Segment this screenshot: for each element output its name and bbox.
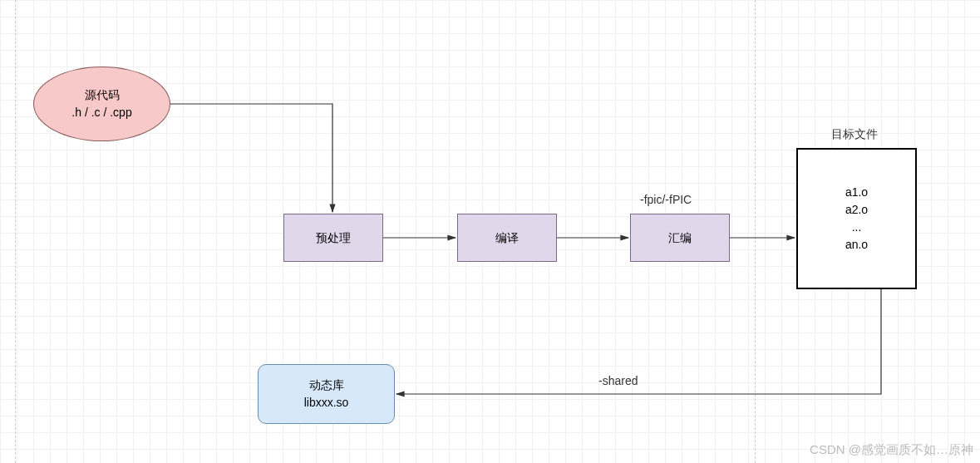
arrow-source-to-preprocess [170, 104, 332, 212]
node-assemble[interactable]: 汇编 [630, 214, 730, 262]
node-target-files[interactable]: a1.o a2.o ... an.o [796, 148, 917, 289]
node-preprocess-label: 预处理 [316, 229, 351, 247]
target-line-2: ... [852, 219, 862, 236]
node-compile[interactable]: 编译 [457, 214, 557, 262]
node-source-code[interactable]: 源代码 .h / .c / .cpp [33, 66, 170, 141]
page-guide-left [15, 0, 16, 463]
node-source-sub: .h / .c / .cpp [71, 104, 131, 121]
arrow-target-to-lib [396, 289, 881, 394]
page-guide-right [755, 0, 756, 463]
edge-label-shared: -shared [598, 374, 638, 387]
target-line-3: an.o [845, 236, 868, 254]
node-assemble-label: 汇编 [668, 229, 692, 247]
target-line-0: a1.o [845, 184, 868, 201]
watermark-text: CSDN @感觉画质不如…原神 [810, 442, 973, 458]
node-lib-sub: libxxx.so [304, 394, 349, 411]
node-target-title: 目标文件 [831, 127, 878, 142]
node-preprocess[interactable]: 预处理 [283, 214, 383, 262]
node-lib-title: 动态库 [309, 377, 344, 394]
node-source-title: 源代码 [85, 86, 120, 104]
node-dynamic-lib[interactable]: 动态库 libxxx.so [258, 364, 395, 424]
target-line-1: a2.o [845, 201, 868, 219]
edge-label-fpic: -fpic/-fPIC [640, 193, 692, 206]
node-compile-label: 编译 [495, 229, 519, 247]
